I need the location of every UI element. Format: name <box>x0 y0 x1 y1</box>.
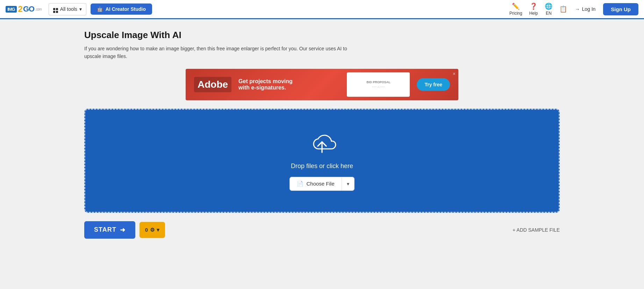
settings-count: 0 <box>145 227 148 233</box>
add-sample-label: + ADD SAMPLE FILE <box>513 227 560 233</box>
globe-icon: 🌐 <box>545 2 552 10</box>
drop-text: Drop files or click here <box>92 162 552 170</box>
ai-icon: 🤖 <box>97 6 103 12</box>
chevron-down-icon: ▾ <box>347 181 349 187</box>
settings-icon: ⚙ <box>150 227 155 233</box>
help-icon: ❓ <box>530 2 537 10</box>
nav-lang[interactable]: 🌐 EN <box>545 2 552 16</box>
main-content: Upscale Image With AI If you are wonderi… <box>77 19 567 256</box>
pricing-icon: ✏️ <box>512 2 520 10</box>
choose-file-button[interactable]: 📄 Choose File <box>290 177 341 190</box>
pricing-label: Pricing <box>509 11 522 16</box>
settings-button[interactable]: 0 ⚙ ▾ <box>139 222 165 238</box>
nav-help[interactable]: ❓ Help <box>529 2 538 16</box>
ai-creator-button[interactable]: 🤖 AI Creator Studio <box>91 3 152 15</box>
chevron-down-icon: ▾ <box>79 6 82 12</box>
logo-com: .com <box>35 7 42 11</box>
history-icon: 📋 <box>559 5 567 13</box>
adobe-logo: Adobe <box>194 77 231 92</box>
logo-img: IMG <box>6 6 17 13</box>
choose-file-wrapper: 📄 Choose File ▾ <box>289 177 354 191</box>
settings-chevron-icon: ▾ <box>157 227 159 233</box>
upload-cloud-icon <box>306 131 338 157</box>
ai-creator-label: AI Creator Studio <box>106 6 146 12</box>
arrow-right-icon: ➜ <box>120 226 126 234</box>
lang-label: EN <box>546 11 552 16</box>
start-button[interactable]: START ➜ <box>84 221 135 239</box>
file-icon: 📄 <box>297 181 303 187</box>
page-title: Upscale Image With AI <box>84 30 560 41</box>
choose-file-label: Choose File <box>306 181 334 187</box>
all-tools-label: All tools <box>60 6 77 12</box>
choose-file-dropdown-button[interactable]: ▾ <box>342 177 354 190</box>
ad-text: Get projects movingwith e-signatures. <box>238 78 340 91</box>
header-nav: ✏️ Pricing ❓ Help 🌐 EN 📋 <box>509 2 567 16</box>
help-label: Help <box>529 11 538 16</box>
grid-icon <box>53 6 58 13</box>
logo-2: 2 <box>18 4 22 14</box>
header: IMG2GO.com All tools ▾ 🤖 AI Creator Stud… <box>0 0 644 19</box>
nav-pricing[interactable]: ✏️ Pricing <box>509 2 522 16</box>
upload-area[interactable]: Drop files or click here 📄 Choose File ▾ <box>84 109 560 213</box>
bottom-bar: START ➜ 0 ⚙ ▾ + ADD SAMPLE FILE <box>84 221 560 246</box>
ad-close-icon[interactable]: × <box>453 71 456 77</box>
login-icon: → <box>575 6 580 12</box>
nav-history[interactable]: 📋 <box>559 5 567 13</box>
logo-go: GO <box>23 5 34 14</box>
sign-up-label: Sign Up <box>611 6 631 12</box>
logo[interactable]: IMG2GO.com <box>6 4 42 14</box>
sign-up-button[interactable]: Sign Up <box>603 3 638 15</box>
log-in-button[interactable]: → Log In <box>571 4 599 14</box>
ad-try-button[interactable]: Try free <box>417 78 450 91</box>
ad-banner: Adobe Get projects movingwith e-signatur… <box>186 69 458 100</box>
all-tools-button[interactable]: All tools ▾ <box>49 3 86 15</box>
page-description: If you are wondering how to make an imag… <box>84 45 357 60</box>
ad-mockup: BID PROPOSAL ~~~ ⌂ ~~~ <box>347 72 410 97</box>
add-sample-file-button[interactable]: + ADD SAMPLE FILE <box>513 224 560 236</box>
log-in-label: Log In <box>582 6 595 12</box>
start-label: START <box>94 226 116 233</box>
